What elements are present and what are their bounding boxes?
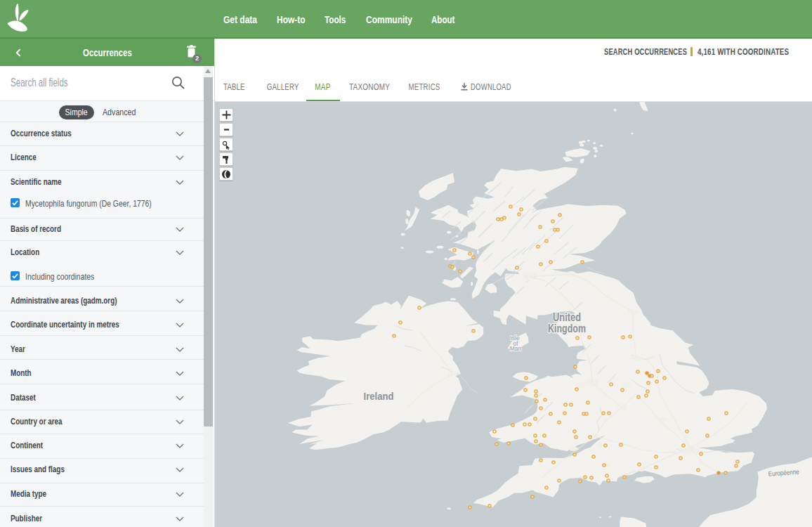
svg-text:Kingdom: Kingdom (548, 322, 586, 334)
svg-text:Man: Man (510, 345, 522, 352)
svg-text:Ireland: Ireland (364, 390, 394, 402)
